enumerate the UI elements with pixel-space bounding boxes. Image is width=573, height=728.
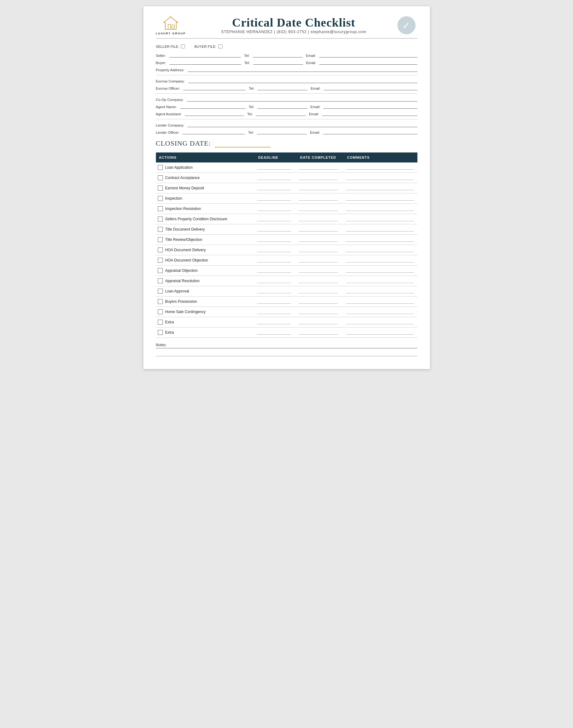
lender-officer-input[interactable]: [183, 130, 245, 134]
action-label: Inspection Resolution: [165, 207, 201, 211]
escrow-tel-input[interactable]: [257, 86, 307, 90]
comment-input-1[interactable]: [346, 176, 414, 180]
completed-input-10[interactable]: [299, 269, 338, 273]
deadline-input-0[interactable]: [257, 166, 292, 170]
comment-input-10[interactable]: [346, 269, 414, 273]
table-row: Title Document Delivery: [156, 224, 417, 235]
agent-email-input[interactable]: [323, 104, 417, 109]
deadline-input-16[interactable]: [257, 330, 292, 334]
row-checkbox-16[interactable]: [158, 330, 163, 335]
row-checkbox-9[interactable]: [158, 258, 163, 263]
deadline-input-1[interactable]: [257, 176, 292, 180]
agent-asst-email-input[interactable]: [322, 111, 417, 116]
buyer-tel-input[interactable]: [253, 60, 303, 65]
deadline-input-6[interactable]: [257, 227, 292, 231]
completed-input-5[interactable]: [299, 217, 338, 221]
deadline-input-15[interactable]: [257, 320, 292, 324]
completed-input-4[interactable]: [299, 207, 338, 211]
deadline-input-10[interactable]: [257, 269, 292, 273]
row-checkbox-11[interactable]: [158, 278, 163, 283]
row-checkbox-13[interactable]: [158, 299, 163, 304]
seller-row: Seller: Tel: Email:: [156, 53, 417, 57]
completed-input-15[interactable]: [299, 320, 338, 324]
seller-file-checkbox[interactable]: [181, 44, 185, 48]
deadline-input-9[interactable]: [257, 258, 292, 262]
closing-date-input[interactable]: [215, 141, 271, 148]
completed-input-9[interactable]: [299, 258, 338, 262]
row-checkbox-15[interactable]: [158, 320, 163, 325]
deadline-input-12[interactable]: [257, 289, 292, 294]
comment-input-0[interactable]: [346, 166, 414, 170]
buyer-email-input[interactable]: [319, 60, 417, 65]
action-cell: Sellers Property Condition Disclosure: [158, 216, 253, 221]
deadline-input-11[interactable]: [257, 279, 292, 283]
seller-tel-input[interactable]: [253, 53, 303, 57]
seller-name-input[interactable]: [169, 53, 241, 57]
completed-input-2[interactable]: [299, 186, 338, 190]
comment-input-2[interactable]: [346, 186, 414, 190]
lender-tel-input[interactable]: [257, 130, 307, 134]
seller-email-input[interactable]: [319, 53, 417, 57]
row-checkbox-0[interactable]: [158, 165, 163, 170]
escrow-officer-input[interactable]: [183, 86, 246, 90]
comment-input-4[interactable]: [346, 207, 414, 211]
completed-input-13[interactable]: [299, 300, 338, 304]
deadline-input-4[interactable]: [257, 207, 292, 211]
lender-company-input[interactable]: [188, 122, 417, 127]
completed-input-7[interactable]: [299, 238, 338, 242]
completed-input-16[interactable]: [299, 330, 338, 334]
completed-input-12[interactable]: [299, 289, 338, 294]
comment-input-12[interactable]: [346, 289, 414, 294]
comment-input-13[interactable]: [346, 300, 414, 304]
deadline-input-14[interactable]: [257, 310, 292, 314]
deadline-input-3[interactable]: [257, 197, 292, 201]
agent-tel-input[interactable]: [257, 104, 307, 109]
comment-input-7[interactable]: [346, 238, 414, 242]
coop-company-input[interactable]: [187, 97, 417, 102]
agent-assistant-input[interactable]: [185, 111, 244, 116]
completed-input-3[interactable]: [299, 197, 338, 201]
comment-input-6[interactable]: [346, 227, 414, 231]
comment-input-14[interactable]: [346, 310, 414, 314]
comment-input-5[interactable]: [346, 217, 414, 221]
property-address-input[interactable]: [188, 67, 417, 72]
row-checkbox-3[interactable]: [158, 196, 163, 201]
row-checkbox-10[interactable]: [158, 268, 163, 273]
agent-email-label: Email:: [311, 105, 321, 109]
row-checkbox-8[interactable]: [158, 248, 163, 253]
buyer-name-input[interactable]: [169, 60, 241, 65]
deadline-input-5[interactable]: [257, 217, 292, 221]
row-checkbox-4[interactable]: [158, 206, 163, 211]
lender-email-input[interactable]: [323, 130, 417, 134]
buyer-file-checkbox[interactable]: [218, 44, 222, 48]
deadline-input-7[interactable]: [257, 238, 292, 242]
completed-input-11[interactable]: [299, 279, 338, 283]
completed-input-14[interactable]: [299, 310, 338, 314]
escrow-company-input[interactable]: [188, 79, 417, 83]
deadline-input-8[interactable]: [257, 248, 292, 252]
comment-input-3[interactable]: [346, 197, 414, 201]
row-checkbox-12[interactable]: [158, 289, 163, 294]
row-checkbox-6[interactable]: [158, 227, 163, 232]
completed-input-0[interactable]: [299, 166, 338, 170]
comment-input-15[interactable]: [346, 320, 414, 324]
row-checkbox-2[interactable]: [158, 186, 163, 191]
agent-asst-tel-input[interactable]: [256, 111, 306, 116]
deadline-input-2[interactable]: [257, 186, 292, 190]
row-checkbox-1[interactable]: [158, 175, 163, 180]
agent-name-input[interactable]: [180, 104, 246, 109]
notes-input[interactable]: [170, 343, 417, 347]
completed-input-1[interactable]: [299, 176, 338, 180]
escrow-email-input[interactable]: [324, 86, 417, 90]
row-checkbox-14[interactable]: [158, 309, 163, 314]
completed-input-6[interactable]: [299, 227, 338, 231]
comment-input-8[interactable]: [346, 248, 414, 252]
completed-input-8[interactable]: [299, 248, 338, 252]
comment-input-9[interactable]: [346, 258, 414, 262]
comment-input-16[interactable]: [346, 330, 414, 334]
row-checkbox-5[interactable]: [158, 216, 163, 221]
col-completed-header: DATE COMPLETED: [297, 152, 344, 162]
row-checkbox-7[interactable]: [158, 237, 163, 242]
comment-input-11[interactable]: [346, 279, 414, 283]
deadline-input-13[interactable]: [257, 300, 292, 304]
